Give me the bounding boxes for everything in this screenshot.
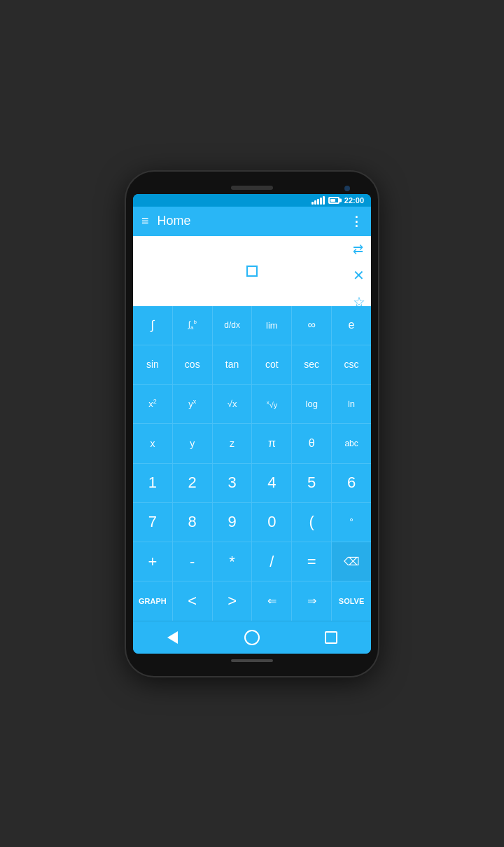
sec-key[interactable]: sec — [292, 345, 332, 384]
solve-key[interactable]: SOLVE — [332, 581, 371, 620]
nth-root-key[interactable]: x√y — [252, 385, 292, 423]
divide-key[interactable]: / — [252, 542, 292, 581]
back-icon — [167, 631, 178, 644]
sin-key[interactable]: sin — [133, 345, 173, 384]
num-0-key[interactable]: 0 — [252, 503, 292, 542]
app-bar: ≡ Home ⋮ — [133, 207, 371, 236]
phone-top-bar — [133, 184, 371, 194]
keyboard-area: ∫ ∫ab d/dx lim ∞ e sin cos tan cot sec c… — [133, 306, 371, 621]
recents-icon — [325, 631, 337, 644]
theta-key[interactable]: θ — [292, 424, 332, 462]
status-bar: 22:00 — [133, 194, 371, 207]
num-9-key[interactable]: 9 — [213, 503, 253, 542]
var-z-key[interactable]: z — [213, 424, 253, 462]
tan-key[interactable]: tan — [213, 345, 253, 384]
csc-key[interactable]: csc — [332, 345, 371, 384]
keyboard-row-7: + - * / = ⌫ — [133, 542, 371, 581]
arrow-left-key[interactable]: ⇐ — [252, 581, 292, 620]
keyboard-row-5: 1 2 3 4 5 6 — [133, 464, 371, 503]
backspace-key[interactable]: ⌫ — [332, 542, 371, 581]
log-key[interactable]: log — [292, 385, 332, 423]
status-time: 22:00 — [344, 196, 364, 205]
y-power-x-key[interactable]: yx — [173, 385, 213, 423]
shuffle-icon[interactable]: ⇄ — [353, 242, 365, 257]
home-indicator — [231, 659, 273, 662]
keyboard-row-2: sin cos tan cot sec csc — [133, 345, 371, 385]
num-1-key[interactable]: 1 — [133, 464, 173, 502]
keyboard-row-4: x y z π θ abc — [133, 424, 371, 463]
keyboard-row-6: 7 8 9 0 ( ° — [133, 503, 371, 542]
degree-key[interactable]: ° — [332, 503, 371, 542]
display-area: ⇄ ✕ ☆ — [133, 236, 371, 306]
graph-key[interactable]: GRAPH — [133, 581, 173, 620]
derivative-key[interactable]: d/dx — [213, 306, 253, 345]
phone-camera — [344, 186, 350, 191]
num-7-key[interactable]: 7 — [133, 503, 173, 542]
num-6-key[interactable]: 6 — [332, 464, 371, 502]
num-4-key[interactable]: 4 — [252, 464, 292, 502]
nav-bar — [133, 621, 371, 654]
less-than-key[interactable]: < — [173, 581, 213, 620]
num-5-key[interactable]: 5 — [292, 464, 332, 502]
limit-key[interactable]: lim — [252, 306, 292, 345]
expression-placeholder — [246, 266, 258, 277]
x-squared-key[interactable]: x2 — [133, 385, 173, 423]
phone-speaker — [231, 186, 273, 190]
menu-icon[interactable]: ≡ — [141, 214, 149, 228]
keyboard-row-3: x2 yx √x x√y log ln — [133, 385, 371, 424]
greater-than-key[interactable]: > — [213, 581, 253, 620]
back-button[interactable] — [162, 627, 183, 648]
home-icon — [244, 630, 260, 645]
integral-key[interactable]: ∫ — [133, 306, 173, 345]
app-title: Home — [158, 214, 342, 228]
display-actions: ⇄ ✕ ☆ — [353, 242, 365, 310]
open-paren-key[interactable]: ( — [292, 503, 332, 542]
keyboard-row-1: ∫ ∫ab d/dx lim ∞ e — [133, 306, 371, 345]
equals-key[interactable]: = — [292, 542, 332, 581]
infinity-key[interactable]: ∞ — [292, 306, 332, 345]
status-icons: 22:00 — [312, 196, 364, 205]
num-8-key[interactable]: 8 — [173, 503, 213, 542]
var-y-key[interactable]: y — [173, 424, 213, 462]
battery-icon — [328, 197, 340, 204]
plus-key[interactable]: + — [133, 542, 173, 581]
minus-key[interactable]: - — [173, 542, 213, 581]
close-icon[interactable]: ✕ — [353, 267, 365, 284]
sqrt-key[interactable]: √x — [213, 385, 253, 423]
cos-key[interactable]: cos — [173, 345, 213, 384]
home-button[interactable] — [241, 627, 262, 648]
euler-key[interactable]: e — [332, 306, 371, 345]
phone-device: 22:00 ≡ Home ⋮ ⇄ ✕ ☆ ∫ ∫ab d/dx lim — [126, 172, 378, 676]
recents-button[interactable] — [321, 627, 342, 648]
ln-key[interactable]: ln — [332, 385, 371, 423]
num-3-key[interactable]: 3 — [213, 464, 253, 502]
multiply-key[interactable]: * — [213, 542, 253, 581]
arrow-right-key[interactable]: ⇒ — [292, 581, 332, 620]
abc-key[interactable]: abc — [332, 424, 371, 462]
var-x-key[interactable]: x — [133, 424, 173, 462]
signal-icon — [312, 196, 325, 205]
num-2-key[interactable]: 2 — [173, 464, 213, 502]
phone-bottom — [133, 654, 371, 663]
pi-key[interactable]: π — [252, 424, 292, 462]
phone-screen: 22:00 ≡ Home ⋮ ⇄ ✕ ☆ ∫ ∫ab d/dx lim — [133, 194, 371, 654]
more-options-icon[interactable]: ⋮ — [350, 214, 363, 229]
keyboard-row-8: GRAPH < > ⇐ ⇒ SOLVE — [133, 581, 371, 620]
cot-key[interactable]: cot — [252, 345, 292, 384]
def-integral-key[interactable]: ∫ab — [173, 306, 213, 345]
